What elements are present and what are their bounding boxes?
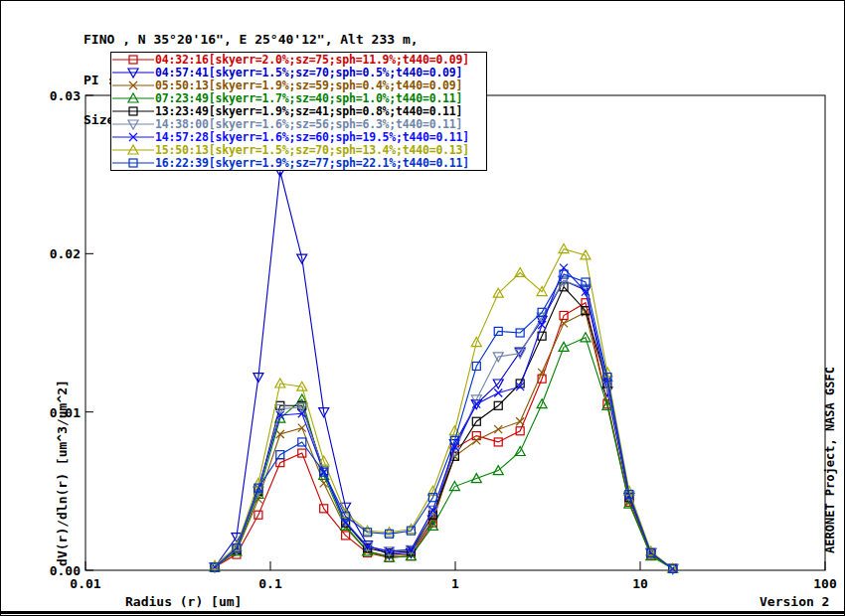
legend-row: 14:57:28[skyerr=1.6%;sz=60;sph=19.5%;t44…: [111, 131, 486, 144]
legend-row: 16:22:39[skyerr=1.9%;sz=77;sph=22.1%;t44…: [111, 157, 486, 170]
series-line-2: [215, 312, 673, 568]
series-line-4: [215, 287, 673, 569]
legend-marker-triangle-up-icon: [111, 92, 155, 104]
legend-marker-square-icon: [111, 157, 155, 169]
legend-label: 15:50:13[skyerr=1.5%;sz=70;sph=13.4%;t44…: [155, 143, 469, 157]
legend-row: 05:50:13[skyerr=1.9%;sz=59;sph=0.4%;t440…: [111, 78, 486, 91]
x-tick-label: 1: [451, 576, 459, 591]
y-tick-label: 0.01: [41, 405, 81, 420]
legend-row: 14:38:00[skyerr=1.6%;sz=56;sph=6.3%;t440…: [111, 118, 486, 131]
legend-row: 04:32:16[skyerr=2.0%;sz=75;sph=11.9%;t44…: [111, 53, 486, 66]
y-tick-label: 0.03: [41, 88, 81, 103]
legend-marker-square-icon: [111, 54, 155, 66]
aeronet-size-distribution-plot: FINO , N 35°20'16", E 25°40'12", Alt 233…: [0, 0, 845, 616]
series-line-0: [215, 303, 673, 569]
legend-label: 04:32:16[skyerr=2.0%;sz=75;sph=11.9%;t44…: [155, 53, 469, 67]
chart-legend: 04:32:16[skyerr=2.0%;sz=75;sph=11.9%;t44…: [110, 52, 487, 171]
x-tick-label: 10: [632, 576, 648, 591]
legend-row: 07:23:49[skyerr=1.7%;sz=40;sph=1.0%;t440…: [111, 91, 486, 104]
legend-row: 04:57:41[skyerr=1.5%;sz=70;sph=0.5%;t440…: [111, 66, 486, 78]
legend-marker-triangle-down-icon: [111, 67, 155, 78]
legend-marker-x-icon: [111, 131, 155, 143]
legend-marker-x-icon: [111, 79, 155, 91]
legend-marker-triangle-down-icon: [111, 118, 155, 130]
series-line-8: [215, 274, 673, 568]
y-tick-label: 0.02: [41, 246, 81, 261]
legend-label: 14:57:28[skyerr=1.6%;sz=60;sph=19.5%;t44…: [155, 130, 469, 144]
legend-label: 16:22:39[skyerr=1.9%;sz=77;sph=22.1%;t44…: [155, 156, 469, 170]
aeronet-watermark: AERONET Project, NASA GSFC: [823, 367, 837, 553]
y-tick-label: 0.00: [41, 563, 81, 578]
legend-label: 14:38:00[skyerr=1.6%;sz=56;sph=6.3%;t440…: [155, 117, 462, 131]
legend-row: 13:23:49[skyerr=1.9%;sz=41;sph=0.8%;t440…: [111, 104, 486, 117]
x-tick-label: 0.1: [258, 576, 281, 591]
legend-label: 05:50:13[skyerr=1.9%;sz=59;sph=0.4%;t440…: [155, 78, 462, 92]
bottom-border-bar: [1, 611, 844, 614]
x-tick-label: 100: [813, 576, 836, 591]
series-line-5: [215, 280, 673, 568]
version-label: Version 2: [760, 594, 829, 609]
x-axis-title: Radius (r) [um]: [125, 594, 242, 609]
x-tick-label: 0.01: [70, 576, 100, 591]
legend-label: 07:23:49[skyerr=1.7%;sz=40;sph=1.0%;t440…: [155, 91, 462, 105]
legend-row: 15:50:13[skyerr=1.5%;sz=70;sph=13.4%;t44…: [111, 144, 486, 157]
legend-label: 13:23:49[skyerr=1.9%;sz=41;sph=0.8%;t440…: [155, 104, 462, 118]
legend-label: 04:57:41[skyerr=1.5%;sz=70;sph=0.5%;t440…: [155, 66, 462, 79]
legend-marker-square-icon: [111, 105, 155, 117]
legend-marker-triangle-up-icon: [111, 144, 155, 156]
